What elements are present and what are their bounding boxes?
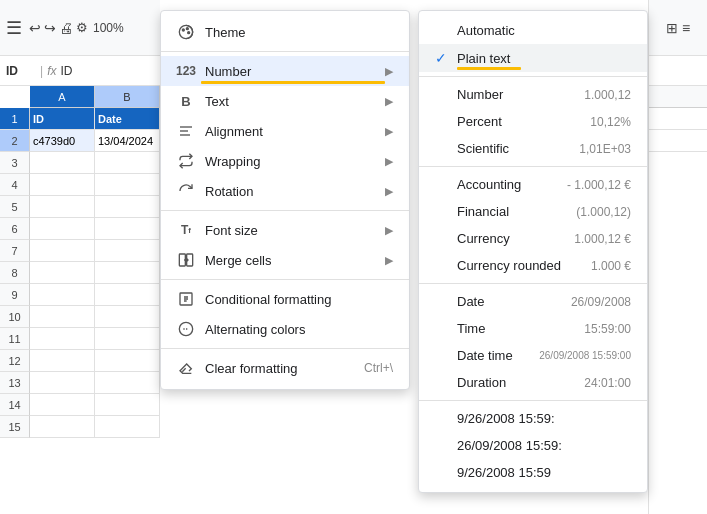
undo-icon[interactable]: ↩ bbox=[29, 20, 41, 36]
date-label: Date bbox=[435, 294, 484, 309]
cell-b13[interactable] bbox=[95, 372, 160, 394]
submenu-item-accounting[interactable]: Accounting - 1.000,12 € bbox=[419, 171, 647, 198]
cell-b12[interactable] bbox=[95, 350, 160, 372]
conditional-label: Conditional formatting bbox=[205, 292, 393, 307]
menu-item-alternating[interactable]: Alternating colors bbox=[161, 314, 409, 344]
table-row bbox=[30, 350, 160, 372]
automatic-label: Automatic bbox=[435, 23, 515, 38]
cell-a13[interactable] bbox=[30, 372, 95, 394]
cell-b8[interactable] bbox=[95, 262, 160, 284]
submenu-item-custom1[interactable]: 9/26/2008 15:59: bbox=[419, 405, 647, 432]
row-num-6: 6 bbox=[0, 218, 30, 240]
cell-a7[interactable] bbox=[30, 240, 95, 262]
cell-b5[interactable] bbox=[95, 196, 160, 218]
submenu-item-custom2[interactable]: 26/09/2008 15:59: bbox=[419, 432, 647, 459]
menu-icon[interactable]: ☰ bbox=[6, 17, 22, 39]
submenu-item-financial[interactable]: Financial (1.000,12) bbox=[419, 198, 647, 225]
menu-item-theme[interactable]: Theme bbox=[161, 17, 409, 47]
expand-icon[interactable]: ⊞ bbox=[666, 20, 678, 36]
text-label: Text bbox=[205, 94, 375, 109]
submenu-item-date[interactable]: Date 26/09/2008 bbox=[419, 288, 647, 315]
submenu-item-currency[interactable]: Currency 1.000,12 € bbox=[419, 225, 647, 252]
cell-b10[interactable] bbox=[95, 306, 160, 328]
alternating-label: Alternating colors bbox=[205, 322, 393, 337]
paint-icon[interactable]: ⚙ bbox=[76, 20, 88, 35]
row-num-14: 14 bbox=[0, 394, 30, 416]
sub-divider-1 bbox=[419, 76, 647, 77]
submenu-item-currency-rounded[interactable]: Currency rounded 1.000 € bbox=[419, 252, 647, 279]
menu-item-rotation[interactable]: Rotation ▶ bbox=[161, 176, 409, 206]
cell-a1[interactable]: ID bbox=[30, 108, 95, 130]
cell-a5[interactable] bbox=[30, 196, 95, 218]
cell-a4[interactable] bbox=[30, 174, 95, 196]
list-icon[interactable]: ≡ bbox=[682, 20, 690, 36]
menu-item-alignment[interactable]: Alignment ▶ bbox=[161, 116, 409, 146]
menu-divider-4 bbox=[161, 348, 409, 349]
cell-b1[interactable]: Date bbox=[95, 108, 160, 130]
cell-b4[interactable] bbox=[95, 174, 160, 196]
right-cell-1 bbox=[649, 108, 707, 130]
duration-value: 24:01:00 bbox=[584, 376, 631, 390]
submenu-item-automatic[interactable]: Automatic bbox=[419, 17, 647, 44]
right-col-header bbox=[649, 86, 707, 108]
submenu-item-scientific[interactable]: Scientific 1,01E+03 bbox=[419, 135, 647, 162]
menu-item-text[interactable]: B Text ▶ bbox=[161, 86, 409, 116]
print-icon[interactable]: 🖨 bbox=[59, 20, 73, 36]
row-num-15: 15 bbox=[0, 416, 30, 438]
cell-b11[interactable] bbox=[95, 328, 160, 350]
menu-item-font-size[interactable]: Tf Font size ▶ bbox=[161, 215, 409, 245]
clear-icon bbox=[177, 359, 195, 377]
submenu-item-plain-text[interactable]: ✓ Plain text bbox=[419, 44, 647, 72]
cell-b9[interactable] bbox=[95, 284, 160, 306]
sub-divider-3 bbox=[419, 283, 647, 284]
date-value: 26/09/2008 bbox=[571, 295, 631, 309]
row-num-11: 11 bbox=[0, 328, 30, 350]
zoom-label: 100% bbox=[93, 21, 124, 35]
cell-a11[interactable] bbox=[30, 328, 95, 350]
arrow-icon: ▶ bbox=[385, 185, 393, 198]
cell-a14[interactable] bbox=[30, 394, 95, 416]
submenu-item-duration[interactable]: Duration 24:01:00 bbox=[419, 369, 647, 396]
cell-b14[interactable] bbox=[95, 394, 160, 416]
redo-icon[interactable]: ↪ bbox=[44, 20, 56, 36]
row-num-13: 13 bbox=[0, 372, 30, 394]
cell-a9[interactable] bbox=[30, 284, 95, 306]
menu-divider-1 bbox=[161, 51, 409, 52]
table-row bbox=[30, 372, 160, 394]
context-menu: Theme 123 Number ▶ B Text ▶ Alignment ▶ bbox=[160, 10, 410, 390]
arrow-icon: ▶ bbox=[385, 224, 393, 237]
menu-item-number[interactable]: 123 Number ▶ bbox=[161, 56, 409, 86]
cells-area: ID Date c4739d0 13/04/2024 bbox=[30, 108, 160, 438]
submenu-item-custom3[interactable]: 9/26/2008 15:59 bbox=[419, 459, 647, 486]
clear-shortcut: Ctrl+\ bbox=[364, 361, 393, 375]
submenu-item-datetime[interactable]: Date time 26/09/2008 15:59:00 bbox=[419, 342, 647, 369]
cell-a2[interactable]: c4739d0 bbox=[30, 130, 95, 152]
table-row bbox=[30, 218, 160, 240]
cell-b7[interactable] bbox=[95, 240, 160, 262]
submenu-item-number[interactable]: Number 1.000,12 bbox=[419, 81, 647, 108]
row-num-5: 5 bbox=[0, 196, 30, 218]
cell-a12[interactable] bbox=[30, 350, 95, 372]
cell-a3[interactable] bbox=[30, 152, 95, 174]
col-header-b[interactable]: B bbox=[95, 86, 160, 108]
submenu-item-percent[interactable]: Percent 10,12% bbox=[419, 108, 647, 135]
menu-item-wrapping[interactable]: Wrapping ▶ bbox=[161, 146, 409, 176]
menu-item-clear[interactable]: Clear formatting Ctrl+\ bbox=[161, 353, 409, 383]
menu-item-conditional[interactable]: Conditional formatting bbox=[161, 284, 409, 314]
submenu-item-time[interactable]: Time 15:59:00 bbox=[419, 315, 647, 342]
row-num-3: 3 bbox=[0, 152, 30, 174]
menu-item-merge-cells[interactable]: Merge cells ▶ bbox=[161, 245, 409, 275]
cell-a10[interactable] bbox=[30, 306, 95, 328]
cell-a8[interactable] bbox=[30, 262, 95, 284]
fx-label: fx bbox=[47, 64, 56, 78]
col-header-a[interactable]: A bbox=[30, 86, 95, 108]
row-num-9: 9 bbox=[0, 284, 30, 306]
cell-b3[interactable] bbox=[95, 152, 160, 174]
cell-a15[interactable] bbox=[30, 416, 95, 438]
cell-b6[interactable] bbox=[95, 218, 160, 240]
row-num-8: 8 bbox=[0, 262, 30, 284]
cell-b2[interactable]: 13/04/2024 bbox=[95, 130, 160, 152]
cell-b15[interactable] bbox=[95, 416, 160, 438]
cell-a6[interactable] bbox=[30, 218, 95, 240]
spreadsheet-panel: ☰ ↩ ↪ 🖨 ⚙ 100% ID | fx ID A B 1 2 3 4 5 … bbox=[0, 0, 160, 514]
